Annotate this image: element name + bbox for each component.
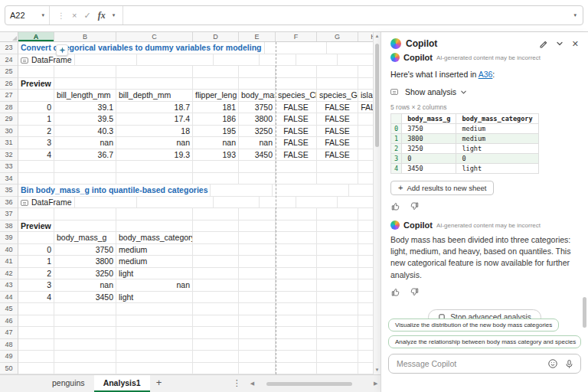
cell-C39[interactable]: body_mass_category [116, 232, 193, 244]
cell-D41[interactable] [193, 256, 239, 268]
row-header-39[interactable]: 39 [0, 232, 18, 244]
column-header-B[interactable]: B [54, 32, 116, 41]
cell-C47[interactable] [116, 327, 193, 339]
cell-C29[interactable]: 17.4 [116, 113, 193, 126]
cell-F41[interactable] [276, 256, 317, 268]
cell-D50[interactable] [193, 363, 239, 375]
cell-A30[interactable]: 2 [18, 126, 54, 138]
cell-E42[interactable] [239, 268, 276, 280]
cell-F45[interactable] [276, 303, 317, 315]
cell-G46[interactable] [317, 315, 358, 328]
cell-D37[interactable] [193, 208, 239, 220]
suggestion-pill[interactable]: Analyze the relationship between body ma… [388, 335, 581, 348]
column-header-E[interactable]: E [239, 32, 276, 41]
select-all-corner[interactable] [0, 32, 18, 41]
cell-B31[interactable]: nan [54, 137, 116, 149]
row-header-30[interactable]: 30 [0, 126, 18, 138]
cell-C23[interactable] [327, 42, 373, 54]
cell-B36[interactable] [75, 197, 137, 209]
cell-A28[interactable]: 0 [18, 102, 54, 114]
row-header-41[interactable]: 41 [0, 256, 18, 268]
cell-H44[interactable] [358, 292, 373, 304]
column-header-D[interactable]: D [193, 32, 239, 41]
cell-B33[interactable] [54, 161, 116, 173]
cell-C35[interactable] [273, 185, 349, 197]
cell-E47[interactable] [239, 327, 276, 339]
cell-B38[interactable] [54, 220, 116, 233]
scroll-left-icon[interactable]: ◀ [249, 381, 256, 387]
cell-H42[interactable] [358, 268, 373, 280]
cell-D26[interactable] [193, 78, 239, 90]
cell-A47[interactable] [18, 327, 54, 339]
cell-D25[interactable] [193, 66, 239, 78]
cell-G42[interactable] [317, 268, 358, 280]
row-header-34[interactable]: 34 [0, 173, 18, 185]
cell-A27[interactable] [18, 90, 54, 102]
row-header-23[interactable]: 23 [0, 42, 18, 54]
fx-dropdown-icon[interactable]: ▾ [113, 12, 116, 18]
cell-F27[interactable]: species_Ch [276, 90, 317, 102]
row-header-50[interactable]: 50 [0, 363, 18, 375]
cell-D24[interactable] [214, 54, 260, 67]
cell-C32[interactable]: 19.3 [116, 149, 193, 162]
cell-G39[interactable] [317, 232, 358, 244]
cell-B45[interactable] [54, 303, 116, 315]
row-header-43[interactable]: 43 [0, 279, 18, 292]
cell-G25[interactable] [317, 66, 358, 78]
cell-B32[interactable]: 36.7 [54, 149, 116, 162]
cell-E45[interactable] [239, 303, 276, 315]
row-header-35[interactable]: 35 [0, 185, 18, 197]
row-header-29[interactable]: 29 [0, 113, 18, 126]
cell-D38[interactable] [193, 220, 239, 233]
cell-F33[interactable] [276, 161, 317, 173]
row-header-44[interactable]: 44 [0, 292, 18, 304]
cell-D48[interactable] [193, 339, 239, 351]
cell-H40[interactable] [358, 244, 373, 256]
cell-A43[interactable]: 3 [18, 279, 54, 292]
cell-H39[interactable] [358, 232, 373, 244]
cell-F28[interactable]: FALSE [276, 102, 317, 114]
cell-D44[interactable] [193, 292, 239, 304]
cell-G50[interactable] [317, 363, 358, 375]
cell-C26[interactable] [116, 78, 193, 90]
column-header-H[interactable]: H [358, 32, 373, 41]
cell-F31[interactable]: FALSE [276, 137, 317, 149]
cell-E25[interactable] [239, 66, 276, 78]
cell-F37[interactable] [276, 208, 317, 220]
sheet-tab-penguins[interactable]: penguins [43, 375, 94, 392]
column-header-F[interactable]: F [276, 32, 317, 41]
cell-B44[interactable]: 3450 [54, 292, 116, 304]
cell-E27[interactable]: body_mass [239, 90, 276, 102]
cell-E38[interactable] [239, 220, 276, 233]
cell-D29[interactable]: 186 [193, 113, 239, 126]
cell-F50[interactable] [276, 363, 317, 375]
cell-F39[interactable] [276, 232, 317, 244]
column-header-A[interactable]: A [18, 32, 54, 41]
row-header-24[interactable]: 24 [0, 54, 18, 67]
cell-G32[interactable]: FALSE [317, 149, 358, 162]
add-sheet-button[interactable]: + [150, 375, 168, 392]
copilot-chatbox[interactable] [388, 354, 581, 374]
mic-icon[interactable] [564, 359, 574, 369]
cell-E36[interactable] [260, 197, 296, 209]
cell-B25[interactable] [54, 66, 116, 78]
cell-D45[interactable] [193, 303, 239, 315]
cell-E28[interactable]: 3750 [239, 102, 276, 114]
cell-G38[interactable] [317, 220, 358, 233]
cell-E37[interactable] [239, 208, 276, 220]
cell-C49[interactable] [116, 351, 193, 363]
cell-H29[interactable] [358, 113, 373, 126]
cell-F43[interactable] [276, 279, 317, 292]
cell-D40[interactable] [193, 244, 239, 256]
cell-F34[interactable] [276, 173, 317, 185]
cell-C40[interactable]: medium [116, 244, 193, 256]
row-header-40[interactable]: 40 [0, 244, 18, 256]
cell-F25[interactable] [276, 66, 317, 78]
cell-C43[interactable]: nan [116, 279, 193, 292]
cell-G30[interactable]: FALSE [317, 126, 358, 138]
cell-H26[interactable] [358, 78, 373, 90]
column-header-C[interactable]: C [116, 32, 193, 41]
enter-icon[interactable]: ✓ [83, 11, 90, 20]
cell-E49[interactable] [239, 351, 276, 363]
cell-B42[interactable]: 3250 [54, 268, 116, 280]
